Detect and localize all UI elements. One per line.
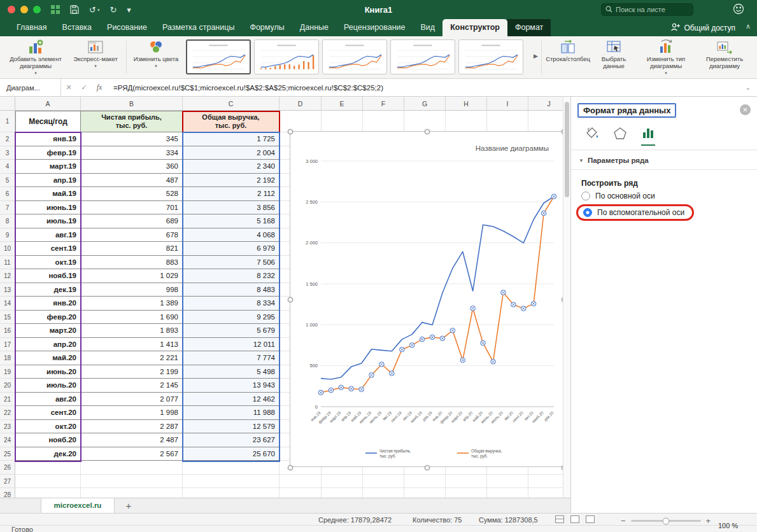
- cell[interactable]: 25 670: [183, 447, 279, 461]
- vertical-scrollbar[interactable]: [563, 97, 570, 498]
- ribbon-tab[interactable]: Данные: [292, 19, 336, 36]
- row-header-12[interactable]: 12: [0, 269, 15, 283]
- cell[interactable]: [15, 475, 81, 489]
- cell[interactable]: Месяц/год: [15, 111, 81, 132]
- cell[interactable]: нояб.19: [15, 269, 81, 283]
- cell[interactable]: 7 774: [183, 351, 279, 365]
- name-box[interactable]: Диаграм...: [0, 79, 61, 96]
- cell[interactable]: сент.20: [15, 406, 81, 420]
- row-header-4[interactable]: 4: [0, 160, 15, 174]
- cell[interactable]: [322, 475, 363, 489]
- minimize-window-button[interactable]: [20, 6, 28, 13]
- ribbon-tab[interactable]: Вид: [413, 19, 443, 36]
- cell[interactable]: 2 004: [183, 146, 279, 160]
- cell[interactable]: 1 725: [183, 132, 279, 146]
- cell[interactable]: [404, 488, 446, 498]
- cell[interactable]: [528, 475, 563, 489]
- switch-row-column-button[interactable]: Строка/столбец: [545, 38, 591, 63]
- cell[interactable]: 6 979: [183, 242, 279, 256]
- cell[interactable]: [183, 488, 279, 498]
- row-header-23[interactable]: 23: [0, 420, 15, 434]
- ribbon-tab[interactable]: Рецензирование: [336, 19, 413, 36]
- add-sheet-button[interactable]: +: [122, 500, 135, 512]
- cell[interactable]: авг.20: [15, 393, 81, 407]
- sheet-tab-microexcel[interactable]: microexcel.ru: [41, 498, 115, 514]
- page-break-view-icon[interactable]: [586, 515, 595, 523]
- cell[interactable]: 1 389: [81, 297, 183, 311]
- chart-style-thumbnail-1[interactable]: [186, 39, 251, 74]
- cell[interactable]: 8 232: [183, 269, 279, 283]
- series-options-tab[interactable]: [641, 125, 655, 146]
- cell[interactable]: 9 295: [183, 311, 279, 325]
- cell[interactable]: [404, 475, 446, 489]
- row-header-17[interactable]: 17: [0, 338, 15, 352]
- row-header-14[interactable]: 14: [0, 297, 15, 311]
- row-header-21[interactable]: 21: [0, 393, 15, 407]
- zoom-out-icon[interactable]: −: [621, 516, 626, 526]
- cell[interactable]: 528: [81, 187, 183, 201]
- add-chart-element-button[interactable]: Добавить элемент диаграммы ▾: [5, 38, 66, 76]
- series-parameters-section[interactable]: ▼ Параметры ряда: [579, 157, 757, 164]
- cell[interactable]: 678: [81, 228, 183, 242]
- cancel-entry-icon[interactable]: ✕: [61, 83, 76, 92]
- cell[interactable]: сент.19: [15, 242, 81, 256]
- row-header-2[interactable]: 2: [0, 132, 15, 146]
- cell[interactable]: 487: [81, 174, 183, 188]
- gallery-scroll-right-icon[interactable]: ▶: [534, 53, 538, 59]
- row-header-5[interactable]: 5: [0, 174, 15, 188]
- formula-input[interactable]: =РЯД(microexcel.ru!$C$1;microexcel.ru!$A…: [107, 84, 746, 92]
- cell[interactable]: 1 690: [81, 311, 183, 325]
- ribbon-tab[interactable]: Формат: [507, 19, 551, 36]
- cell[interactable]: янв.19: [15, 132, 81, 146]
- column-header-H[interactable]: H: [446, 97, 487, 111]
- cell[interactable]: июнь.19: [15, 201, 81, 215]
- column-header-J[interactable]: J: [528, 97, 563, 111]
- row-header-16[interactable]: 16: [0, 324, 15, 338]
- expand-formula-bar-icon[interactable]: ⌄: [746, 84, 751, 91]
- cell[interactable]: [15, 488, 81, 498]
- feedback-smiley-icon[interactable]: [733, 3, 744, 17]
- cell[interactable]: [81, 488, 183, 498]
- cell[interactable]: 701: [81, 201, 183, 215]
- cell[interactable]: 12 579: [183, 420, 279, 434]
- embedded-chart[interactable]: 05001 0001 5002 0002 5003 000янв.19февр.…: [290, 131, 563, 467]
- cell[interactable]: 5 168: [183, 214, 279, 228]
- chart-resize-handle[interactable]: [288, 465, 293, 470]
- cell[interactable]: 8 334: [183, 297, 279, 311]
- cell[interactable]: авг.19: [15, 228, 81, 242]
- cell[interactable]: 5 679: [183, 324, 279, 338]
- collapse-ribbon-icon[interactable]: ∧: [746, 22, 751, 31]
- row-header-1[interactable]: 1: [0, 111, 15, 132]
- cell[interactable]: [15, 461, 81, 475]
- cell[interactable]: июль.20: [15, 379, 81, 393]
- cell[interactable]: [363, 111, 404, 132]
- share-button[interactable]: Общий доступ: [670, 19, 735, 36]
- cell[interactable]: [279, 111, 322, 132]
- ribbon-tab[interactable]: Разметка страницы: [155, 19, 242, 36]
- row-header-13[interactable]: 13: [0, 283, 15, 297]
- row-header-26[interactable]: 26: [0, 461, 15, 475]
- cell[interactable]: 1 998: [81, 406, 183, 420]
- cell[interactable]: [363, 475, 404, 489]
- cell[interactable]: [528, 111, 563, 132]
- save-icon[interactable]: [70, 5, 79, 14]
- column-header-F[interactable]: F: [363, 97, 404, 111]
- cell[interactable]: [279, 488, 322, 498]
- cell[interactable]: Чистая прибыль, тыс. руб.: [81, 111, 183, 132]
- cell[interactable]: 2 112: [183, 187, 279, 201]
- cell[interactable]: июль.19: [15, 214, 81, 228]
- cell[interactable]: 7 506: [183, 256, 279, 270]
- cell[interactable]: [487, 488, 528, 498]
- column-header-G[interactable]: G: [404, 97, 446, 111]
- fullscreen-window-button[interactable]: [33, 6, 41, 13]
- cell[interactable]: дек.19: [15, 283, 81, 297]
- row-header-6[interactable]: 6: [0, 187, 15, 201]
- insert-function-icon[interactable]: fx: [92, 83, 107, 92]
- column-header-A[interactable]: A: [15, 97, 81, 111]
- cell[interactable]: [183, 475, 279, 489]
- cell[interactable]: 821: [81, 242, 183, 256]
- cell[interactable]: [446, 111, 487, 132]
- cell[interactable]: [446, 488, 487, 498]
- select-data-button[interactable]: Выбрать данные: [592, 38, 635, 70]
- column-header-D[interactable]: D: [279, 97, 322, 111]
